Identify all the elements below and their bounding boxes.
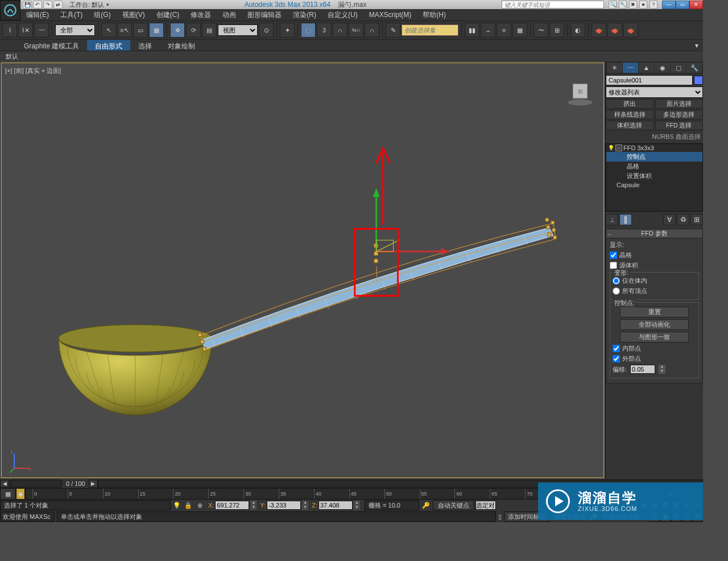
nurbs-surface-select-label[interactable]: NURBS 曲面选择 (606, 131, 703, 142)
remove-modifier-icon[interactable]: ♻ (677, 214, 689, 225)
conform-shape-button[interactable]: 与图形一致 (620, 332, 689, 343)
rectangular-region-icon[interactable]: ▭ (133, 23, 148, 38)
menu-tools[interactable]: 工具(T) (55, 9, 88, 22)
menu-customize[interactable]: 自定义(U) (322, 9, 363, 22)
key-mode-icon[interactable]: 🔑 (420, 502, 432, 509)
layer-manager-icon[interactable]: ≡ (497, 23, 511, 38)
spinner-snap-icon[interactable]: %∩ (349, 23, 363, 38)
undo-icon[interactable]: ↶ (33, 1, 42, 9)
menu-edit[interactable]: 编辑(E) (20, 9, 55, 22)
menu-maxscript[interactable]: MAXScript(M) (363, 9, 417, 20)
reset-button[interactable]: 重置 (620, 307, 689, 317)
ffd-select-button[interactable]: FFD 选择 (655, 121, 704, 130)
motion-tab-icon[interactable]: ◉ (655, 63, 670, 73)
edged-faces-icon[interactable]: ∩ (365, 23, 379, 38)
make-unique-icon[interactable]: ∀ (663, 214, 676, 225)
time-slider[interactable] (10, 480, 61, 488)
x-spinner[interactable]: ▲▼ (250, 501, 257, 510)
y-spinner[interactable]: ▲▼ (302, 501, 308, 510)
viewport-label[interactable]: [+] [前] [真实 + 边面] (5, 67, 61, 75)
workspace-label[interactable]: 工作台: 默认 (69, 1, 104, 9)
inside-points-checkbox[interactable]: 内部点 (613, 344, 696, 353)
menu-create[interactable]: 创建(C) (151, 9, 185, 22)
create-tab-icon[interactable]: ✳ (607, 63, 622, 73)
isolate-icon[interactable]: ▯ (498, 513, 502, 521)
modifier-stack[interactable]: 💡 − FFD 3x3x3 控制点 晶格 设置体积 Capsule (606, 143, 703, 212)
stack-sub-lattice[interactable]: 晶格 (606, 162, 702, 171)
y-coord[interactable] (267, 501, 301, 510)
rendered-frame-icon[interactable]: 🫖 (607, 23, 622, 38)
stack-ffd[interactable]: 💡 − FFD 3x3x3 (606, 144, 702, 152)
named-sel-edit-icon[interactable]: ✎ (386, 23, 400, 38)
rollout-header[interactable]: - FFD 参数 (606, 229, 703, 238)
graphite-toggle-icon[interactable]: ▦ (512, 23, 527, 38)
help-icon[interactable]: ? (650, 1, 657, 9)
modifier-list[interactable]: 修改器列表 (606, 86, 703, 98)
app-menu-button[interactable] (0, 0, 20, 20)
absolute-mode-icon[interactable]: ⊕ (195, 500, 205, 510)
menu-animation[interactable]: 动画 (217, 9, 242, 22)
selection-lock-icon[interactable]: 🔒 (183, 500, 193, 510)
utilities-tab-icon[interactable]: 🔧 (686, 63, 702, 73)
ribbon-minimize-icon[interactable]: ▾ (693, 40, 701, 51)
extrude-button[interactable]: 挤出 (606, 99, 654, 109)
display-tab-icon[interactable]: ▢ (671, 63, 686, 73)
render-production-icon[interactable]: 🫖 (623, 23, 638, 38)
pin-stack-icon[interactable]: ⟂ (606, 214, 618, 225)
adaptive-degradation-icon[interactable]: 💡 (172, 500, 182, 510)
scroll-right-icon[interactable]: ▶ (89, 480, 98, 488)
maxscript-listener[interactable]: 欢迎使用 MAXSc (0, 512, 55, 522)
stack-sub-set-volume[interactable]: 设置体积 (606, 171, 702, 181)
mirror-icon[interactable]: ▮▮ (465, 23, 479, 38)
z-spinner[interactable]: ▲▼ (354, 501, 360, 510)
vol-select-button[interactable]: 体积选择 (606, 121, 654, 130)
show-end-result-icon[interactable]: ǁ (619, 214, 632, 225)
stack-base-capsule[interactable]: Capsule (606, 181, 702, 189)
close-button[interactable]: ✕ (689, 1, 703, 9)
selection-filter[interactable]: 全部 (55, 24, 95, 36)
stack-sub-control-points[interactable]: 控制点 (606, 152, 702, 162)
menu-help[interactable]: 帮助(H) (417, 9, 452, 22)
offset-value[interactable] (630, 365, 655, 374)
minimize-button[interactable]: — (662, 1, 676, 9)
schematic-view-icon[interactable]: ⊞ (549, 23, 564, 38)
deform-inside-radio[interactable]: 仅在体内 (613, 277, 696, 285)
outside-points-checkbox[interactable]: 外部点 (613, 354, 696, 363)
align-icon[interactable]: ⫠ (481, 23, 495, 38)
menu-views[interactable]: 视图(V) (117, 9, 151, 22)
maximize-button[interactable]: ▭ (676, 1, 689, 9)
poly-select-button[interactable]: 多边形选择 (655, 110, 704, 119)
bulb-icon[interactable]: 💡 (607, 145, 614, 151)
viewport[interactable]: [+] [前] [真实 + 边面] 前 (1, 63, 604, 478)
curve-editor-icon[interactable]: 〜 (533, 23, 548, 38)
viewcube[interactable]: 前 (565, 77, 595, 108)
select-manipulate-icon[interactable]: ✦ (280, 23, 295, 38)
bind-space-warp-icon[interactable]: 〰 (34, 23, 49, 38)
modify-tab-icon[interactable]: 〰 (623, 63, 638, 73)
material-editor-icon[interactable]: ◐ (570, 23, 585, 38)
deform-all-radio[interactable]: 所有顶点 (613, 287, 696, 295)
select-move-icon[interactable]: ✥ (170, 23, 185, 38)
select-object-icon[interactable]: ↖ (101, 23, 116, 38)
render-setup-icon[interactable]: 🫖 (592, 23, 606, 38)
save-icon[interactable]: 💾 (23, 1, 32, 9)
unlink-icon[interactable]: ⌇✕ (18, 23, 33, 38)
ribbon-tab-freeform[interactable]: 自由形式 (87, 40, 130, 51)
z-coord[interactable] (318, 501, 353, 510)
hierarchy-tab-icon[interactable]: ▲ (639, 63, 654, 73)
menu-group[interactable]: 组(G) (88, 9, 116, 22)
angle-snap-icon[interactable]: 3 (317, 23, 332, 38)
auto-key-button[interactable]: 自动关键点 (433, 500, 474, 510)
snaps-toggle-icon[interactable]: ⬚ (301, 23, 316, 38)
ref-coord-system[interactable]: 视图 (218, 24, 258, 36)
ribbon-tab-object-paint[interactable]: 对象绘制 (160, 40, 203, 51)
patch-select-button[interactable]: 面片选择 (655, 99, 704, 109)
lattice-checkbox[interactable]: 晶格 (610, 251, 699, 259)
ribbon-tab-graphite[interactable]: Graphite 建模工具 (16, 40, 87, 51)
ribbon-sub-label[interactable]: 默认 (6, 53, 18, 60)
exchange-icon[interactable]: ✖ (629, 1, 637, 9)
subscription-icon[interactable]: 🔧 (619, 1, 627, 9)
select-link-icon[interactable]: ⌇ (2, 23, 17, 38)
menu-rendering[interactable]: 渲染(R) (287, 9, 322, 22)
track-view-icon[interactable]: ▦ (0, 488, 16, 500)
